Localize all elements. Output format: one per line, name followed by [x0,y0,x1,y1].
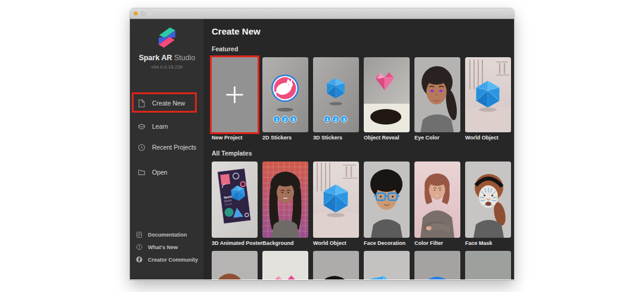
template-card-label: 3D Animated Poster [212,240,258,246]
world-object-thumbnail [313,161,359,238]
template-card-eye-color[interactable]: Eye Color [414,57,460,141]
zoom-button[interactable] [141,11,145,15]
app-name-suffix: Studio [174,54,195,62]
template-card-label: Color Filter [414,240,460,246]
template-card-partial-2[interactable] [262,251,308,279]
step-badges: 1 2 3 [274,116,297,123]
step-badges: 1 2 3 [324,116,348,123]
template-card-partial-6[interactable] [465,251,511,279]
app-name-bold: Spark AR [139,54,172,62]
folder-icon [138,169,145,176]
partial-thumbnail [364,251,410,279]
clock-icon [138,144,145,151]
titlebar [130,8,514,19]
badge-3: 3 [292,117,295,122]
sidebar-item-documentation[interactable]: Documentation [130,228,204,241]
sidebar-footer: Documentation What's New Creator Co [130,228,204,266]
template-card-partial-5[interactable] [414,251,460,279]
spark-ar-logo-icon [153,23,181,52]
world-object-thumbnail [465,57,511,132]
template-card-background[interactable]: Background [262,161,308,246]
face-decoration-thumbnail [364,161,410,238]
template-card-label: Object Reveal [364,135,410,141]
partial-thumbnail [313,251,359,279]
announcement-icon [136,244,143,250]
sidebar-item-label: Open [152,169,168,176]
spark-ar-studio-window: Spark AR Studio v94.0.0.15.239 Create Ne… [130,8,514,280]
template-card-label: Face Decoration [364,240,410,246]
template-card-new-project[interactable]: New Project [212,57,258,141]
sidebar-item-label: Creator Community [148,257,198,263]
featured-row: New Project [212,57,514,141]
sidebar-item-whats-new[interactable]: What's New [130,241,204,253]
main-panel: Create New Featured New Project [205,19,514,279]
document-icon [136,231,143,238]
all-templates-heading: All Templates [212,150,514,157]
eye-color-thumbnail [414,57,460,132]
template-card-partial-1[interactable] [212,251,258,279]
sidebar-item-label: Learn [152,123,168,130]
template-card-3d-stickers[interactable]: 1 2 3 3D Stickers [313,57,359,141]
template-card-2d-stickers[interactable]: 1 2 3 2D Stickers [262,57,308,141]
sidebar-item-label: What's New [148,244,178,250]
featured-heading: Featured [212,45,514,52]
partial-thumbnail [465,251,511,279]
template-card-label: World Object [465,135,511,141]
version-label: v94.0.0.15.239 [130,64,204,70]
template-card-world-object[interactable]: World Object [465,57,511,141]
face-mask-thumbnail [465,161,511,238]
badge-1: 1 [275,117,278,122]
template-card-world-object-2[interactable]: World Object [313,161,359,246]
template-card-partial-4[interactable] [364,251,410,279]
partial-thumbnail [262,251,308,279]
2d-stickers-thumbnail: 1 2 3 [262,57,308,132]
file-icon [138,99,145,108]
sidebar-item-label: Recent Projects [152,144,196,151]
partial-thumbnail [212,251,258,279]
template-card-label: World Object [313,240,359,246]
badge-2: 2 [284,117,286,122]
partial-thumbnail [414,251,460,279]
badge-1: 1 [326,117,329,122]
sidebar-item-label: Documentation [148,232,187,238]
background-thumbnail [262,161,308,238]
close-button[interactable] [148,11,152,15]
template-card-object-reveal[interactable]: Object Reveal [364,57,410,141]
hole-illustration [370,109,401,125]
template-card-label: Eye Color [414,135,460,141]
app-name: Spark AR Studio [130,54,204,62]
template-card-face-mask[interactable]: Face Mask [465,161,511,246]
sidebar-nav: Create New Learn Recent Projects [130,94,204,181]
sidebar-item-label: Create New [152,100,185,107]
template-card-label: Background [262,240,308,246]
object-reveal-thumbnail [364,57,410,132]
template-card-label: 2D Stickers [262,135,308,141]
template-card-partial-3[interactable] [313,251,359,279]
badge-2: 2 [335,117,337,122]
badge-3: 3 [343,117,345,122]
template-card-label: 3D Stickers [313,135,359,141]
3d-stickers-thumbnail: 1 2 3 [313,57,359,132]
template-card-label: Face Mask [465,240,511,246]
new-project-thumbnail [212,57,258,132]
page-title: Create New [212,26,514,36]
facebook-icon [136,256,143,263]
color-filter-thumbnail [414,161,460,238]
sidebar-item-create-new[interactable]: Create New [130,94,204,112]
all-templates-row: Spark Spark Spark 3D Animated Poster [212,161,514,246]
template-card-3d-animated-poster[interactable]: Spark Spark Spark 3D Animated Poster [212,161,258,246]
learn-box-icon [138,123,145,131]
minimize-button[interactable] [134,11,138,15]
sidebar: Spark AR Studio v94.0.0.15.239 Create Ne… [130,19,205,279]
3d-animated-poster-thumbnail: Spark Spark Spark [212,161,258,238]
partial-templates-row [212,251,514,279]
template-card-face-decoration[interactable]: Face Decoration [364,161,410,246]
sidebar-item-recent-projects[interactable]: Recent Projects [130,138,204,156]
sidebar-item-open[interactable]: Open [130,163,204,181]
template-card-label: New Project [212,135,258,141]
sidebar-item-creator-community[interactable]: Creator Community [130,253,204,266]
template-card-color-filter[interactable]: Color Filter [414,161,460,246]
sidebar-item-learn[interactable]: Learn [130,117,204,135]
